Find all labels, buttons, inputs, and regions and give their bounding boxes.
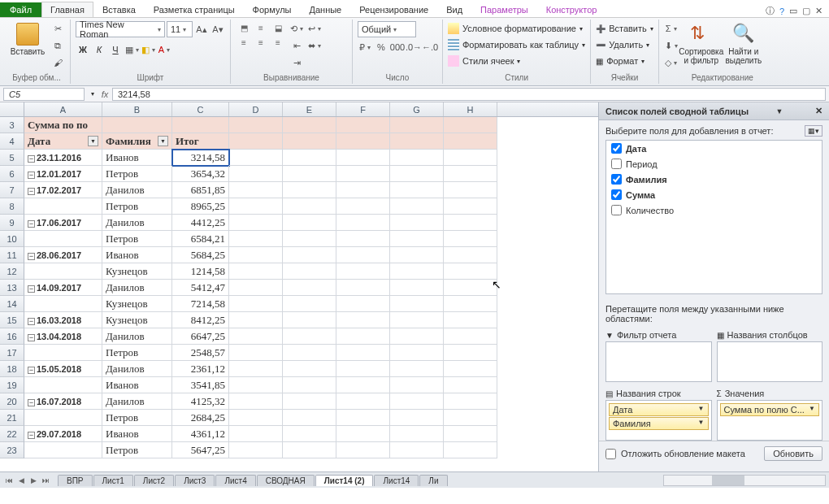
sheet-tab[interactable]: Лист2 xyxy=(134,475,174,486)
format-cells-button[interactable]: ▦Формат▾ xyxy=(596,54,653,68)
cell[interactable] xyxy=(336,410,390,426)
cell[interactable] xyxy=(336,247,390,263)
align-bottom[interactable]: ⬓ xyxy=(270,21,286,35)
cell[interactable] xyxy=(283,393,336,410)
cell[interactable] xyxy=(444,231,497,247)
cell[interactable] xyxy=(229,263,283,280)
cell[interactable] xyxy=(444,166,497,182)
cell[interactable]: Петров xyxy=(102,442,172,458)
cell[interactable] xyxy=(336,231,390,247)
cell[interactable] xyxy=(283,117,336,133)
cell[interactable]: 7214,58 xyxy=(172,296,229,312)
cell[interactable] xyxy=(283,182,336,198)
row-header[interactable]: 16 xyxy=(0,328,24,345)
cell[interactable]: 1214,58 xyxy=(172,263,229,280)
cell[interactable] xyxy=(172,117,229,133)
cell[interactable] xyxy=(336,312,390,328)
cell[interactable] xyxy=(283,133,336,150)
cell[interactable] xyxy=(336,442,390,458)
cell[interactable]: 6584,21 xyxy=(172,231,229,247)
next-sheet-icon[interactable]: ▶ xyxy=(28,476,39,484)
col-header-E[interactable]: E xyxy=(283,102,336,116)
horizontal-scrollbar[interactable] xyxy=(663,475,826,486)
pane-close-icon[interactable]: ✕ xyxy=(815,106,822,116)
border-button[interactable]: ▦ xyxy=(124,42,139,57)
cell[interactable] xyxy=(336,296,390,312)
defer-checkbox[interactable] xyxy=(605,449,616,459)
conditional-format-button[interactable]: Условное форматирование▾ xyxy=(448,21,585,36)
cell[interactable] xyxy=(229,182,283,198)
cell[interactable] xyxy=(229,410,283,426)
delete-cells-button[interactable]: ➖Удалить▾ xyxy=(596,37,653,52)
cell[interactable] xyxy=(444,263,497,280)
cell[interactable] xyxy=(283,328,336,345)
field-item[interactable]: Дата xyxy=(606,141,822,156)
tab-data[interactable]: Данные xyxy=(300,2,350,17)
tab-view[interactable]: Вид xyxy=(437,2,471,17)
cell[interactable] xyxy=(283,215,336,231)
clear-button[interactable]: ◇ xyxy=(664,55,679,70)
row-header[interactable]: 4 xyxy=(0,133,24,150)
cell[interactable]: 2684,25 xyxy=(172,410,229,426)
align-center[interactable]: ≡ xyxy=(253,36,269,50)
cell[interactable] xyxy=(229,133,283,150)
sort-filter-button[interactable]: ⇅ Сортировка и фильтр xyxy=(682,21,721,67)
paste-button[interactable]: Вставить xyxy=(8,21,47,58)
row-header[interactable]: 15 xyxy=(0,312,24,328)
layout-options-icon[interactable]: ▦▾ xyxy=(805,125,822,137)
align-right[interactable]: ≡ xyxy=(270,36,286,50)
cell[interactable] xyxy=(24,377,102,393)
col-header-A[interactable]: A xyxy=(24,102,102,116)
row-header[interactable]: 18 xyxy=(0,361,24,377)
cell[interactable]: 5412,47 xyxy=(172,280,229,296)
tab-review[interactable]: Рецензирование xyxy=(350,2,437,17)
name-box[interactable]: C5 xyxy=(3,88,85,101)
cell[interactable]: Петров xyxy=(102,198,172,215)
cell[interactable] xyxy=(229,442,283,458)
cell[interactable]: Петров xyxy=(102,345,172,361)
cell[interactable] xyxy=(390,442,444,458)
tab-insert[interactable]: Вставка xyxy=(93,2,145,17)
cell[interactable] xyxy=(283,296,336,312)
cell[interactable] xyxy=(390,231,444,247)
cell[interactable] xyxy=(229,312,283,328)
font-color-button[interactable]: A xyxy=(157,42,171,57)
cell[interactable]: 8412,25 xyxy=(172,312,229,328)
cell[interactable] xyxy=(229,117,283,133)
sheet-tab[interactable]: Лист3 xyxy=(175,475,215,486)
cell[interactable] xyxy=(24,442,102,458)
percent-button[interactable]: % xyxy=(374,40,388,54)
cell[interactable] xyxy=(336,328,390,345)
cell[interactable] xyxy=(444,150,497,166)
cell[interactable] xyxy=(229,296,283,312)
cell[interactable] xyxy=(283,231,336,247)
row-header[interactable]: 19 xyxy=(0,377,24,393)
cell[interactable]: Иванов xyxy=(102,247,172,263)
sheet-tab[interactable]: Лист14 xyxy=(374,475,419,486)
row-header[interactable]: 17 xyxy=(0,345,24,361)
field-item[interactable]: Период xyxy=(606,156,822,172)
cell[interactable] xyxy=(229,215,283,231)
cell[interactable]: −17.06.2017 xyxy=(24,215,102,231)
prev-sheet-icon[interactable]: ◀ xyxy=(15,476,27,484)
col-header-D[interactable]: D xyxy=(229,102,283,116)
cell[interactable]: Данилов xyxy=(102,361,172,377)
filter-area[interactable] xyxy=(605,341,712,382)
minimize-ribbon-icon[interactable]: ⓘ xyxy=(766,5,775,17)
last-sheet-icon[interactable]: ⏭ xyxy=(40,476,51,484)
cell[interactable] xyxy=(229,198,283,215)
cell[interactable]: Данилов xyxy=(102,215,172,231)
cell[interactable]: −17.02.2017 xyxy=(24,182,102,198)
cell-styles-button[interactable]: Стили ячеек▾ xyxy=(448,54,585,68)
cell[interactable] xyxy=(283,361,336,377)
cell[interactable]: 6851,85 xyxy=(172,182,229,198)
cell[interactable] xyxy=(283,377,336,393)
cell[interactable] xyxy=(390,426,444,442)
increase-decimal[interactable]: .0→ xyxy=(406,40,421,54)
cell[interactable] xyxy=(444,247,497,263)
cell[interactable] xyxy=(229,393,283,410)
window-minimize-icon[interactable]: ▭ xyxy=(789,6,797,16)
cell[interactable] xyxy=(444,198,497,215)
select-all-corner[interactable] xyxy=(0,102,24,116)
tab-formulas[interactable]: Формулы xyxy=(244,2,301,17)
